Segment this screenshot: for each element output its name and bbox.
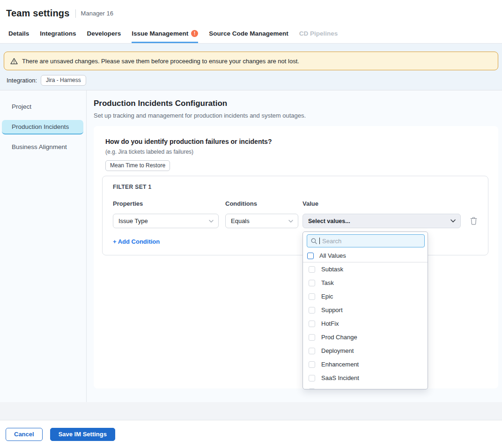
sidebar-item-business-alignment[interactable]: Business Alignment (2, 140, 83, 155)
option-prod-change[interactable]: Prod Change (303, 330, 428, 344)
tab-issue-management[interactable]: Issue Management ! (132, 26, 198, 43)
search-input[interactable]: Search (307, 234, 425, 247)
configuration-card: How do you identify production failures … (94, 126, 498, 388)
team-name-label: Manager 16 (81, 10, 113, 17)
tab-developers[interactable]: Developers (87, 26, 121, 43)
option-checkbox[interactable] (309, 293, 315, 300)
page-header: Team settings Manager 16 (0, 0, 502, 26)
integration-label: Integration: (7, 77, 37, 84)
option-checkbox[interactable] (309, 361, 315, 368)
section-subtitle: Set up tracking and management for produ… (94, 112, 498, 119)
content-area: Project Production Incidents Business Al… (0, 90, 502, 402)
page-title: Team settings (6, 8, 70, 19)
chevron-down-icon (209, 220, 214, 223)
alert-badge-icon: ! (191, 30, 198, 37)
search-icon (311, 238, 317, 244)
filter-set-1: FILTER SET 1 Properties Conditions Value… (102, 176, 488, 255)
tab-source-code-management[interactable]: Source Code Management (209, 26, 288, 43)
delete-filter-button[interactable] (470, 217, 477, 225)
section-title: Production Incidents Configuration (94, 99, 498, 108)
option-epic[interactable]: Epic (303, 290, 428, 303)
option-checkbox[interactable] (309, 388, 315, 390)
property-select[interactable]: Issue Type (113, 214, 219, 228)
option-checkbox[interactable] (309, 321, 315, 327)
search-placeholder: Search (322, 238, 341, 245)
save-im-settings-button[interactable]: Save IM Settings (50, 428, 115, 441)
option-customer-notification[interactable]: Customer Notification (303, 385, 428, 389)
tab-bar: Details Integrations Developers Issue Ma… (0, 26, 502, 44)
add-condition-button[interactable]: + Add Condition (113, 238, 160, 245)
unsaved-changes-banner: There are unsaved changes. Please save t… (4, 52, 498, 70)
option-checkbox[interactable] (309, 266, 315, 273)
title-divider (75, 9, 76, 18)
option-checkbox[interactable] (309, 375, 315, 381)
chevron-down-icon (288, 220, 293, 223)
settings-sidebar: Project Production Incidents Business Al… (0, 90, 87, 402)
option-task[interactable]: Task (303, 276, 428, 290)
column-header-properties: Properties (113, 200, 225, 207)
text-caret (319, 238, 320, 244)
value-dropdown-panel: Search All Values Su (303, 231, 428, 389)
main-panel: Production Incidents Configuration Set u… (87, 90, 502, 402)
warning-triangle-icon (10, 58, 18, 65)
integration-chip[interactable]: Jira - Harness (41, 75, 86, 86)
tab-cd-pipelines: CD Pipelines (299, 26, 338, 43)
chevron-down-icon (450, 219, 456, 223)
sidebar-item-production-incidents[interactable]: Production Incidents (2, 120, 83, 134)
tab-details[interactable]: Details (8, 26, 29, 43)
cancel-button[interactable]: Cancel (6, 428, 43, 441)
option-support[interactable]: Support (303, 303, 428, 317)
all-values-checkbox[interactable] (307, 253, 314, 259)
filter-set-title: FILTER SET 1 (113, 184, 479, 190)
option-saas-incident[interactable]: SaaS Incident (303, 371, 428, 385)
footer-bar: Cancel Save IM Settings (0, 420, 502, 448)
option-checkbox[interactable] (309, 348, 315, 354)
metric-chip-mttr[interactable]: Mean Time to Restore (105, 160, 170, 171)
page: Team settings Manager 16 Details Integra… (0, 0, 502, 448)
option-all-values[interactable]: All Values (303, 250, 428, 262)
option-subtask[interactable]: Subtask (303, 262, 428, 276)
trash-icon (470, 217, 477, 225)
option-hotfix[interactable]: HotFix (303, 317, 428, 330)
value-multiselect[interactable]: Select values... (303, 214, 461, 228)
footer-spacer (0, 402, 502, 420)
unsaved-changes-text: There are unsaved changes. Please save t… (22, 58, 299, 65)
option-checkbox[interactable] (309, 280, 315, 286)
option-checkbox[interactable] (309, 334, 315, 341)
condition-select[interactable]: Equals (225, 214, 298, 228)
column-header-value: Value (303, 200, 461, 207)
tab-integrations[interactable]: Integrations (40, 26, 76, 43)
notice-section: There are unsaved changes. Please save t… (0, 44, 502, 90)
option-checkbox[interactable] (309, 307, 315, 314)
option-enhancement[interactable]: Enhancement (303, 358, 428, 371)
option-deployment[interactable]: Deployment (303, 344, 428, 358)
question-heading: How do you identify production failures … (105, 138, 489, 145)
question-hint: (e.g. Jira tickets labeled as failures) (105, 149, 489, 155)
sidebar-item-project[interactable]: Project (2, 100, 83, 114)
column-header-conditions: Conditions (225, 200, 303, 207)
